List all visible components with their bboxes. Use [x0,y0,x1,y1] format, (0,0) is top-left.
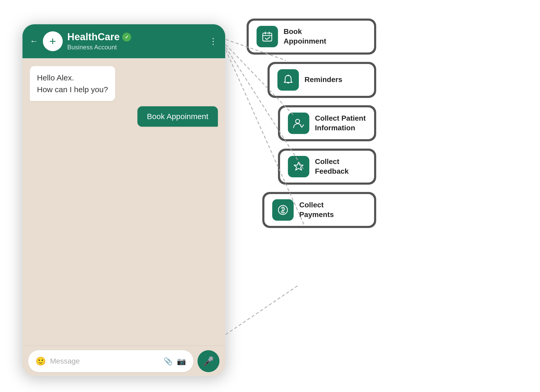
business-subtitle: Business Account [67,44,204,51]
svg-marker-12 [294,162,303,170]
book-appointment-icon-box [257,26,278,47]
header-name-row: HealthCare [67,31,204,43]
verified-badge-icon [122,33,131,42]
collect-payments-card-wrapper: CollectPayments [262,192,376,228]
star-icon [293,161,305,173]
back-button[interactable]: ← [30,36,38,46]
sent-message-bubble: Book Appoinment [137,106,218,127]
avatar-plus-icon: + [49,36,56,47]
chat-body: Hello Alex.How can I help you? Book Appo… [22,58,225,346]
features-panel: BookAppoinment Reminders [247,19,376,235]
collect-feedback-card[interactable]: CollectFeedback [280,151,374,183]
header-info: HealthCare Business Account [67,31,204,51]
received-message-text: Hello Alex.How can I help you? [37,72,108,95]
bell-icon [282,74,294,86]
collect-feedback-icon-box [288,156,309,177]
collect-patient-info-icon-box [288,113,309,134]
collect-feedback-card-wrapper: CollectFeedback [278,149,376,185]
collect-payments-card[interactable]: CollectPayments [264,194,374,226]
book-appointment-card-wrapper: BookAppoinment [247,19,376,55]
collect-payments-label: CollectPayments [299,200,334,219]
collect-patient-info-label: Collect PatientInformation [315,114,366,133]
reminders-icon-box [277,69,299,91]
collect-payments-icon-box [272,199,294,221]
reminders-card[interactable]: Reminders [270,64,374,96]
chat-header: ← + HealthCare Business Account ⋮ [22,24,225,58]
svg-line-4 [226,285,299,335]
message-placeholder: Message [50,357,159,365]
dollar-icon [277,204,289,216]
svg-rect-5 [263,33,272,41]
chat-input-bar: 🙂 Message 📎 📷 🎤 [22,346,225,376]
reminders-label: Reminders [305,75,342,84]
svg-point-11 [295,119,299,123]
attach-icon[interactable]: 📎 [164,357,173,366]
avatar: + [43,31,63,51]
book-appointment-label: BookAppoinment [284,27,326,46]
menu-button[interactable]: ⋮ [209,36,218,46]
camera-icon[interactable]: 📷 [177,357,186,366]
reminders-card-wrapper: Reminders [268,62,376,98]
user-check-icon [293,117,305,129]
main-scene: ← + HealthCare Business Account ⋮ Hello … [22,13,518,379]
business-name: HealthCare [67,31,120,43]
received-message-bubble: Hello Alex.How can I help you? [30,66,115,101]
emoji-icon[interactable]: 🙂 [36,356,46,366]
collect-patient-info-card[interactable]: Collect PatientInformation [280,107,374,139]
message-input-field[interactable]: 🙂 Message 📎 📷 [28,350,193,372]
book-appointment-card[interactable]: BookAppoinment [249,21,374,52]
mic-icon: 🎤 [203,356,214,366]
mic-button[interactable]: 🎤 [198,350,219,372]
collect-patient-info-card-wrapper: Collect PatientInformation [278,105,376,141]
phone-container: ← + HealthCare Business Account ⋮ Hello … [22,24,226,376]
calendar-check-icon [261,31,273,43]
sent-message-text: Book Appoinment [147,112,208,121]
collect-feedback-label: CollectFeedback [315,157,349,176]
